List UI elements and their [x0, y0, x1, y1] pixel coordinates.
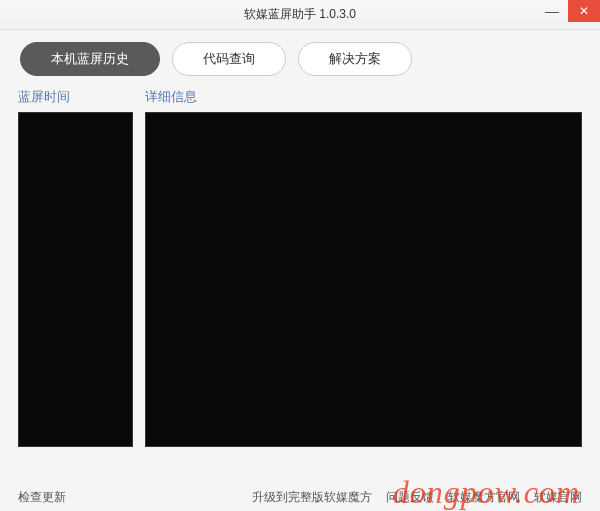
check-update-link[interactable]: 检查更新 [18, 489, 66, 506]
time-list-panel[interactable] [18, 112, 133, 447]
column-headers: 蓝屏时间 详细信息 [18, 88, 582, 106]
window-controls: — ✕ [536, 0, 600, 22]
tab-solution[interactable]: 解决方案 [298, 42, 412, 76]
tab-history[interactable]: 本机蓝屏历史 [20, 42, 160, 76]
footer-links: 升级到完整版软媒魔方 问题反馈 软媒魔方官网 软媒官网 [252, 489, 582, 506]
minimize-button[interactable]: — [536, 0, 568, 22]
feedback-link[interactable]: 问题反馈 [386, 489, 434, 506]
column-header-time: 蓝屏时间 [18, 88, 133, 106]
detail-panel[interactable] [145, 112, 582, 447]
column-header-detail: 详细信息 [145, 88, 582, 106]
ruanmei-site-link[interactable]: 软媒官网 [534, 489, 582, 506]
close-button[interactable]: ✕ [568, 0, 600, 22]
window-title: 软媒蓝屏助手 1.0.3.0 [244, 6, 356, 23]
tab-bar: 本机蓝屏历史 代码查询 解决方案 [0, 30, 600, 88]
footer: 检查更新 升级到完整版软媒魔方 问题反馈 软媒魔方官网 软媒官网 [0, 483, 600, 511]
content-area: 蓝屏时间 详细信息 [0, 88, 600, 447]
panels [18, 112, 582, 447]
mofang-site-link[interactable]: 软媒魔方官网 [448, 489, 520, 506]
upgrade-link[interactable]: 升级到完整版软媒魔方 [252, 489, 372, 506]
titlebar: 软媒蓝屏助手 1.0.3.0 — ✕ [0, 0, 600, 30]
tab-code-lookup[interactable]: 代码查询 [172, 42, 286, 76]
